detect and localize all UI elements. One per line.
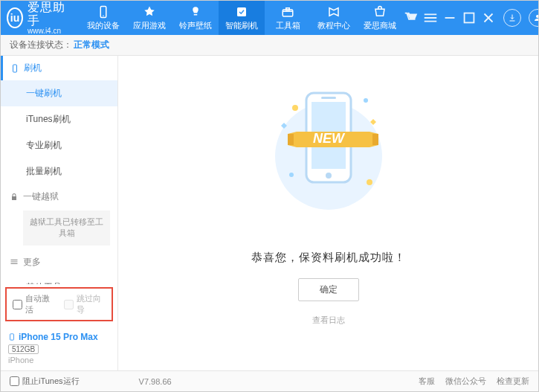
- svg-point-21: [364, 98, 368, 103]
- footer-link-0[interactable]: 客服: [419, 376, 435, 387]
- status-bar: 设备连接状态： 正常模式: [1, 35, 538, 56]
- nav-item-1[interactable]: 应用游戏: [126, 1, 172, 35]
- app-name: 爱思助手: [28, 1, 65, 27]
- svg-rect-5: [445, 17, 455, 19]
- sidebar-group-jailbreak: 一键越狱: [1, 184, 117, 209]
- sidebar-group-more[interactable]: 更多: [1, 250, 117, 274]
- device-name: iPhone 15 Pro Max: [19, 332, 98, 342]
- nav-item-6[interactable]: 爱思商城: [357, 1, 403, 35]
- minimize-icon[interactable]: [442, 11, 458, 25]
- svg-rect-15: [321, 97, 336, 99]
- sidebar-item-flash-1[interactable]: iTunes刷机: [1, 106, 117, 132]
- status-value: 正常模式: [74, 39, 109, 51]
- sidebar-group-flash[interactable]: 刷机: [1, 56, 117, 80]
- svg-point-10: [12, 339, 13, 340]
- view-log-link[interactable]: 查看日志: [312, 315, 345, 326]
- sidebar-item-flash-0[interactable]: 一键刷机: [1, 80, 117, 106]
- device-info[interactable]: iPhone 15 Pro Max 512GB iPhone: [1, 327, 117, 370]
- nav-item-4[interactable]: 工具箱: [265, 1, 311, 35]
- illustration-phone-new: NEW: [273, 78, 384, 234]
- nav-item-0[interactable]: 我的设备: [80, 1, 126, 35]
- checkbox-highlight-box: 自动激活 跳过向导: [5, 287, 113, 321]
- jailbreak-note: 越狱工具已转移至工具箱: [23, 211, 110, 245]
- footer-link-1[interactable]: 微信公众号: [445, 376, 486, 387]
- nav-item-5[interactable]: 教程中心: [311, 1, 357, 35]
- menu-icon[interactable]: [422, 11, 439, 25]
- device-storage: 512GB: [8, 344, 39, 354]
- svg-marker-18: [372, 134, 378, 145]
- svg-rect-2: [237, 7, 246, 16]
- close-icon[interactable]: [480, 11, 497, 25]
- app-url: www.i4.cn: [28, 27, 65, 35]
- sidebar-item-flash-3[interactable]: 批量刷机: [1, 158, 117, 184]
- sidebar-item-more-0[interactable]: 其他工具: [1, 274, 117, 284]
- checkbox-block-itunes[interactable]: 阻止iTunes运行: [10, 376, 80, 387]
- svg-point-1: [103, 15, 104, 16]
- nav-item-3[interactable]: 智能刷机: [219, 1, 265, 35]
- svg-rect-8: [13, 65, 17, 72]
- download-icon[interactable]: [503, 9, 521, 27]
- user-icon[interactable]: [529, 9, 539, 27]
- svg-marker-17: [288, 134, 294, 145]
- svg-rect-6: [465, 13, 474, 23]
- checkbox-auto-activate[interactable]: 自动激活: [13, 293, 55, 315]
- success-message: 恭喜您，保资料刷机成功啦！: [251, 251, 406, 265]
- svg-point-22: [367, 179, 372, 185]
- svg-point-20: [292, 105, 298, 111]
- status-label: 设备连接状态：: [10, 39, 72, 51]
- confirm-button[interactable]: 确定: [298, 278, 359, 301]
- maximize-icon[interactable]: [461, 11, 477, 25]
- cart-icon[interactable]: [403, 11, 419, 25]
- svg-point-7: [536, 15, 539, 18]
- svg-point-14: [326, 173, 332, 179]
- svg-text:NEW: NEW: [313, 131, 346, 146]
- device-type: iPhone: [8, 356, 110, 364]
- app-logo: iu 爱思助手 www.i4.cn: [7, 1, 65, 35]
- svg-point-23: [289, 173, 294, 177]
- sidebar-item-flash-2[interactable]: 专业刷机: [1, 132, 117, 158]
- footer-link-2[interactable]: 检查更新: [497, 376, 529, 387]
- version-label: V7.98.66: [139, 377, 172, 386]
- nav-item-2[interactable]: 铃声壁纸: [172, 1, 219, 35]
- checkbox-skip-guide[interactable]: 跳过向导: [64, 293, 106, 315]
